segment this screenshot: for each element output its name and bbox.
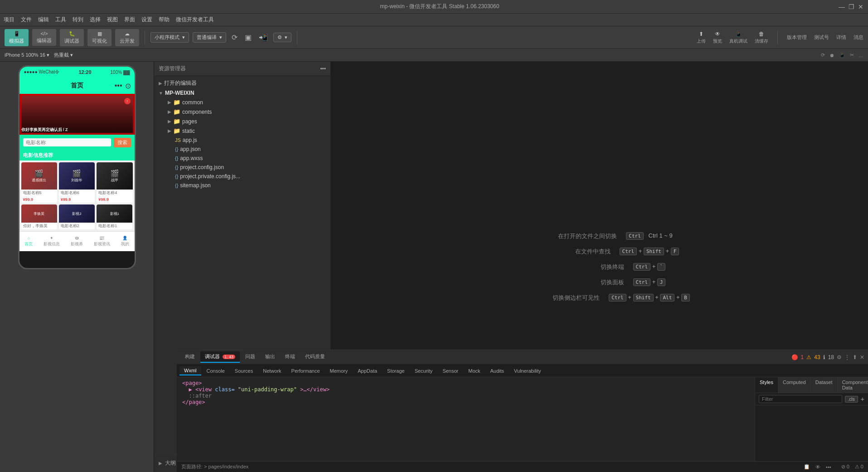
bottom-nav-news[interactable]: 📰 影视资讯 [94,236,110,247]
close-button[interactable]: ✕ [858,3,863,10]
menu-item-settings[interactable]: 设置 [141,16,152,24]
bottom-nav-movies[interactable]: ✦ 影视信息 [44,236,60,247]
maximize-button[interactable]: ❐ [849,3,854,10]
phone-icon[interactable]: 📱 [839,52,845,58]
styles-filter-input[interactable] [759,395,842,403]
devtools-close-icon[interactable]: ✕ [860,354,864,360]
editor-button[interactable]: </> 编辑器 [32,29,56,46]
file-app-js[interactable]: JS app.js [154,136,330,145]
tab-sources[interactable]: Sources [230,367,257,375]
preview-btn[interactable]: 👁 预览 [713,31,722,44]
settings-select[interactable]: ⚙ ▾ [273,33,291,42]
movie-card-3[interactable]: 李焕英 你好，李焕英 [21,204,57,229]
cls-button[interactable]: .cls [845,396,858,403]
tab-audits[interactable]: Audits [486,367,509,375]
movie-card-4[interactable]: 影视2 电影名称2 [59,204,95,229]
tab-appdata[interactable]: AppData [353,367,382,375]
message-label[interactable]: 消息 [853,34,863,41]
tab-performance[interactable]: Performance [287,367,325,375]
menu-item-help[interactable]: 帮助 [159,16,170,24]
open-editors-header[interactable]: ▶ 打开的编辑器 [154,78,330,88]
record-icon[interactable]: ⏺ [829,53,834,58]
compile-select[interactable]: 普通编译 ▾ [193,32,226,43]
minimize-button[interactable]: — [839,3,845,10]
menu-item-goto[interactable]: 转到 [73,16,83,24]
menu-item-wechat-tools[interactable]: 微信开发者工具 [176,16,214,24]
tab-memory[interactable]: Memory [325,367,353,375]
tab-vulnerability[interactable]: Vulnerability [509,367,546,375]
detail-label[interactable]: 详情 [836,34,846,41]
menu-item-edit[interactable]: 编辑 [38,16,49,24]
tab-security[interactable]: Security [410,367,437,375]
qrcode-button[interactable]: ▣ [243,32,253,43]
cloud-button[interactable]: ☁ 云开发 [115,29,139,46]
expand-icon[interactable]: ⬆ [853,354,857,360]
hotreload-select[interactable]: 热重截 ▾ [54,52,73,58]
device-select[interactable]: iPhone 5 100% 16 ▾ [5,52,49,58]
menu-item-file[interactable]: 文件 [21,16,32,24]
status-copy-icon[interactable]: 📋 [804,464,810,470]
file-project-private[interactable]: {} project.private.config.js... [154,172,330,181]
phone-search-button[interactable]: 搜索 [114,138,131,147]
tab-console[interactable]: Console [202,367,229,375]
menu-item-tools[interactable]: 工具 [55,16,66,24]
test-label[interactable]: 测试号 [814,34,829,41]
menu-item-interface[interactable]: 界面 [124,16,135,24]
file-app-wxss[interactable]: {} app.wxss [154,154,330,163]
tab-debugger[interactable]: 调试器 1, 43 [200,351,240,363]
status-more-icon[interactable]: ••• [826,464,831,470]
phone-search-input[interactable] [23,138,111,146]
tab-build[interactable]: 构建 [180,351,199,363]
nav-home-icon[interactable]: ⊙ [125,82,131,90]
more-options-icon[interactable]: ⋮ [844,354,850,360]
tab-output[interactable]: 输出 [261,351,280,363]
right-tab-computed[interactable]: Computed [778,377,811,393]
real-debug-btn[interactable]: 📱 真机调试 [729,31,747,44]
right-tab-component-data[interactable]: Component Data [838,377,868,393]
tab-wxml[interactable]: Wxml [179,366,201,375]
visualize-button[interactable]: ▦ 可视化 [87,29,112,46]
bottom-nav-home[interactable]: ⌂ 首页 [24,236,33,247]
nav-dots-icon[interactable]: ••• [115,82,122,90]
right-tab-styles[interactable]: Styles [755,377,778,393]
movie-card-0[interactable]: 🎬 通感摆出 电影名称5 ¥99.9 [21,162,57,203]
clean-btn[interactable]: 🗑 清缓存 [755,31,768,44]
rotate-icon[interactable]: ⟳ [821,52,825,58]
file-sitemap[interactable]: {} sitemap.json [154,181,330,190]
movie-card-5[interactable]: 影视1 电影名称1 [97,204,132,229]
folder-common[interactable]: ▶ 📁 common [154,97,330,107]
menu-item-view[interactable]: 视图 [107,16,118,24]
tab-codequality[interactable]: 代码质量 [301,351,330,363]
cut-icon[interactable]: ✂ [850,52,854,58]
debugger-button[interactable]: 🐛 调试器 [60,29,84,46]
more-icon[interactable]: … [858,53,863,58]
tab-issues[interactable]: 问题 [241,351,260,363]
phone-button[interactable]: 📲 [257,32,270,43]
tab-sensor[interactable]: Sensor [438,367,463,375]
tab-network[interactable]: Network [258,367,286,375]
mode-select[interactable]: 小程序模式 ▾ [150,32,189,43]
bottom-nav-profile[interactable]: 👤 我的 [121,236,129,247]
file-project-config[interactable]: {} project.config.json [154,163,330,172]
status-eye-icon[interactable]: 👁 [815,464,820,470]
folder-static[interactable]: ▶ 📁 static [154,126,330,136]
version-label[interactable]: 版本管理 [787,34,807,41]
menu-item-project[interactable]: 项目 [4,16,15,24]
tab-mock[interactable]: Mock [464,367,485,375]
tab-terminal[interactable]: 终端 [281,351,300,363]
file-app-json[interactable]: {} app.json [154,145,330,154]
movie-card-1[interactable]: 🎬 刘德华 电影名称6 ¥99.9 [59,162,95,203]
folder-components[interactable]: ▶ 📁 components [154,107,330,117]
refresh-button[interactable]: ⟳ [230,32,239,43]
project-root[interactable]: ▼ MP-WEIXIN [154,88,330,97]
menu-item-select[interactable]: 选择 [90,16,101,24]
tab-storage[interactable]: Storage [383,367,409,375]
right-tab-dataset[interactable]: Dataset [811,377,838,393]
simulator-button[interactable]: 📱 模拟器 [5,29,29,46]
bottom-nav-tickets[interactable]: 🎟 影视券 [71,236,83,247]
movie-card-2[interactable]: 🎬 战甲 电影名称4 ¥99.9 [97,162,132,203]
upload-btn[interactable]: ⬆ 上传 [697,31,706,44]
folder-pages[interactable]: ▶ 📁 pages [154,117,330,126]
add-style-icon[interactable]: + [861,395,864,403]
gear-icon[interactable]: ⚙ [837,354,842,360]
